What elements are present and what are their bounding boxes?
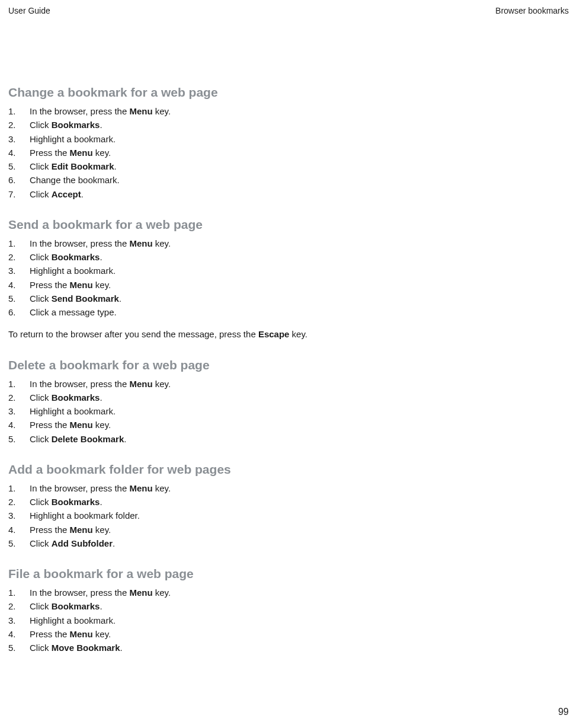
step-text: Press the Menu key. [30,523,111,537]
step-number: 1. [8,377,30,391]
step-text: Click Add Subfolder. [30,537,115,550]
step-number: 2. [8,599,30,613]
page-header: User Guide Browser bookmarks [8,6,569,15]
section-note: To return to the browser after you send … [8,327,569,341]
list-item: 1.In the browser, press the Menu key. [8,586,569,599]
step-number: 5. [8,159,30,173]
list-item: 1.In the browser, press the Menu key. [8,237,569,250]
step-number: 1. [8,586,30,599]
list-item: 5.Click Add Subfolder. [8,537,569,550]
list-item: 7.Click Accept. [8,187,569,201]
step-number: 6. [8,305,30,319]
page-content: Change a bookmark for a web page1.In the… [8,85,569,654]
header-left: User Guide [8,6,50,15]
section-heading: Delete a bookmark for a web page [8,358,569,372]
list-item: 5.Click Delete Bookmark. [8,432,569,446]
step-number: 5. [8,292,30,305]
step-text: Click Delete Bookmark. [30,432,126,446]
step-text: Press the Menu key. [30,278,111,292]
step-number: 3. [8,264,30,277]
step-number: 2. [8,250,30,264]
step-text: Click Edit Bookmark. [30,159,117,173]
list-item: 6.Click a message type. [8,305,569,319]
list-item: 2.Click Bookmarks. [8,599,569,613]
step-text: Click Move Bookmark. [30,641,123,654]
step-text: In the browser, press the Menu key. [30,481,171,495]
step-number: 6. [8,173,30,187]
list-item: 3.Highlight a bookmark. [8,404,569,418]
steps-list: 1.In the browser, press the Menu key.2.C… [8,104,569,201]
list-item: 1.In the browser, press the Menu key. [8,481,569,495]
step-text: Click Bookmarks. [30,599,102,613]
steps-list: 1.In the browser, press the Menu key.2.C… [8,237,569,320]
step-text: In the browser, press the Menu key. [30,377,171,391]
step-text: Press the Menu key. [30,627,111,641]
page-number: 99 [558,707,569,717]
list-item: 5.Click Edit Bookmark. [8,159,569,173]
step-number: 3. [8,404,30,418]
step-text: Change the bookmark. [30,173,120,187]
step-number: 2. [8,118,30,132]
step-number: 2. [8,495,30,509]
step-text: Click Accept. [30,187,84,201]
list-item: 2.Click Bookmarks. [8,391,569,404]
step-number: 4. [8,523,30,537]
list-item: 1.In the browser, press the Menu key. [8,104,569,118]
header-right: Browser bookmarks [495,6,569,15]
steps-list: 1.In the browser, press the Menu key.2.C… [8,586,569,654]
list-item: 5.Click Send Bookmark. [8,292,569,305]
step-text: Click Send Bookmark. [30,292,121,305]
step-text: Highlight a bookmark. [30,264,116,277]
step-text: In the browser, press the Menu key. [30,237,171,250]
list-item: 5.Click Move Bookmark. [8,641,569,654]
list-item: 3.Highlight a bookmark. [8,132,569,146]
step-text: Highlight a bookmark. [30,614,116,627]
list-item: 4.Press the Menu key. [8,627,569,641]
step-number: 3. [8,132,30,146]
step-number: 1. [8,237,30,250]
step-number: 3. [8,509,30,522]
step-text: Click a message type. [30,305,117,319]
step-text: Press the Menu key. [30,418,111,432]
steps-list: 1.In the browser, press the Menu key.2.C… [8,377,569,446]
steps-list: 1.In the browser, press the Menu key.2.C… [8,481,569,550]
list-item: 4.Press the Menu key. [8,523,569,537]
step-text: Highlight a bookmark. [30,132,116,146]
step-number: 4. [8,418,30,432]
step-number: 3. [8,614,30,627]
section-heading: Change a bookmark for a web page [8,85,569,100]
step-text: Click Bookmarks. [30,391,102,404]
list-item: 3.Highlight a bookmark. [8,264,569,277]
list-item: 6.Change the bookmark. [8,173,569,187]
step-text: Press the Menu key. [30,146,111,159]
step-number: 1. [8,104,30,118]
list-item: 3.Highlight a bookmark folder. [8,509,569,522]
step-text: Click Bookmarks. [30,495,102,509]
step-text: Click Bookmarks. [30,250,102,264]
step-number: 4. [8,146,30,159]
step-number: 5. [8,432,30,446]
step-text: Highlight a bookmark folder. [30,509,140,522]
step-number: 4. [8,278,30,292]
list-item: 3.Highlight a bookmark. [8,614,569,627]
list-item: 4.Press the Menu key. [8,418,569,432]
step-number: 5. [8,537,30,550]
list-item: 4.Press the Menu key. [8,146,569,159]
step-text: Click Bookmarks. [30,118,102,132]
section-heading: File a bookmark for a web page [8,567,569,581]
step-text: Highlight a bookmark. [30,404,116,418]
step-number: 2. [8,391,30,404]
list-item: 2.Click Bookmarks. [8,250,569,264]
section-heading: Add a bookmark folder for web pages [8,462,569,477]
list-item: 2.Click Bookmarks. [8,495,569,509]
list-item: 4.Press the Menu key. [8,278,569,292]
step-number: 4. [8,627,30,641]
step-number: 1. [8,481,30,495]
list-item: 1.In the browser, press the Menu key. [8,377,569,391]
section-heading: Send a bookmark for a web page [8,218,569,232]
step-number: 5. [8,641,30,654]
list-item: 2.Click Bookmarks. [8,118,569,132]
step-number: 7. [8,187,30,201]
step-text: In the browser, press the Menu key. [30,104,171,118]
step-text: In the browser, press the Menu key. [30,586,171,599]
